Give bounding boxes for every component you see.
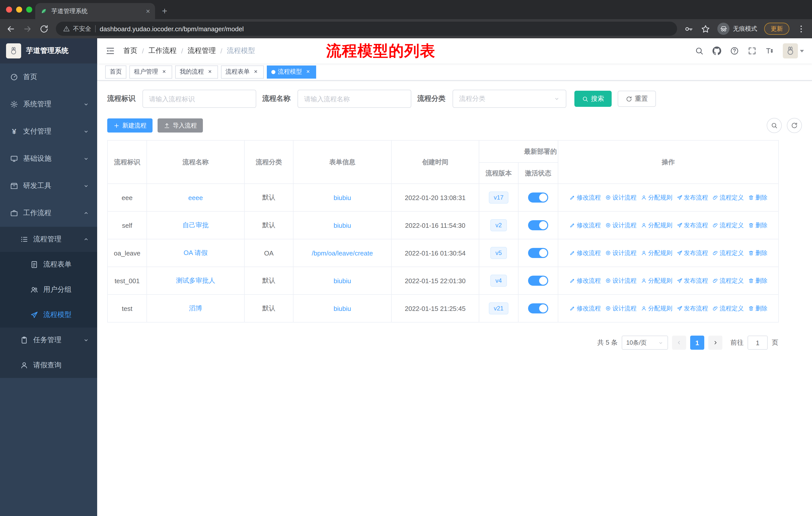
process-name-link[interactable]: OA 请假 [183, 249, 207, 256]
search-icon[interactable] [695, 46, 704, 55]
active-toggle[interactable] [528, 276, 548, 286]
version-badge[interactable]: v17 [489, 191, 509, 203]
sidebar-item-system[interactable]: 系统管理 [0, 91, 97, 118]
minimize-window-button[interactable] [16, 6, 22, 12]
process-name-link[interactable]: 测试多审批人 [176, 277, 215, 284]
breadcrumb-process-manage[interactable]: 流程管理 [188, 46, 216, 55]
fullscreen-icon[interactable] [748, 46, 757, 55]
op-design-link[interactable]: 设计流程 [605, 304, 637, 313]
op-assign-rule-link[interactable]: 分配规则 [641, 249, 672, 257]
op-modify-link[interactable]: 修改流程 [569, 276, 601, 285]
op-definition-link[interactable]: 流程定义 [712, 193, 744, 202]
op-assign-rule-link[interactable]: 分配规则 [641, 276, 672, 285]
op-publish-link[interactable]: 发布流程 [676, 193, 708, 202]
breadcrumb-home[interactable]: 首页 [123, 46, 138, 55]
sidebar-item-process-manage[interactable]: 流程管理 [0, 227, 97, 252]
create-process-button[interactable]: 新建流程 [107, 118, 152, 133]
sidebar-item-process-form[interactable]: 流程表单 [0, 252, 97, 277]
bookmark-star-icon[interactable] [701, 24, 710, 33]
op-delete-link[interactable]: 删除 [748, 276, 767, 285]
new-tab-button[interactable]: + [158, 4, 171, 18]
import-process-button[interactable]: 导入流程 [157, 118, 203, 133]
process-name-link[interactable]: eeee [188, 194, 203, 201]
github-icon[interactable] [712, 46, 721, 55]
refresh-table-button[interactable] [787, 118, 802, 133]
op-design-link[interactable]: 设计流程 [605, 249, 637, 257]
op-definition-link[interactable]: 流程定义 [712, 249, 744, 257]
tag-home[interactable]: 首页 [105, 65, 126, 78]
sidebar-fold-icon[interactable] [105, 46, 115, 56]
form-link[interactable]: /bpm/oa/leave/create [312, 249, 373, 257]
op-modify-link[interactable]: 修改流程 [569, 249, 601, 257]
version-badge[interactable]: v2 [490, 219, 507, 231]
op-delete-link[interactable]: 删除 [748, 249, 767, 257]
op-modify-link[interactable]: 修改流程 [569, 221, 601, 229]
tag-close-icon[interactable]: × [304, 68, 312, 75]
version-badge[interactable]: v5 [490, 247, 507, 259]
goto-page-input[interactable] [748, 335, 768, 350]
maximize-window-button[interactable] [26, 6, 32, 12]
form-link[interactable]: biubiu [334, 221, 351, 229]
op-modify-link[interactable]: 修改流程 [569, 193, 601, 202]
form-link[interactable]: biubiu [334, 194, 351, 201]
sidebar-item-payment[interactable]: ¥ 支付管理 [0, 118, 97, 145]
page-number-button[interactable]: 1 [690, 335, 704, 350]
sidebar-logo[interactable]: 芋道管理系统 [0, 38, 97, 63]
tag-process-model[interactable]: 流程模型× [267, 65, 316, 78]
tag-tenant[interactable]: 租户管理× [129, 65, 172, 78]
forward-icon[interactable] [23, 24, 32, 33]
reset-button[interactable]: 重置 [618, 91, 656, 107]
user-avatar-menu[interactable] [783, 43, 804, 58]
op-design-link[interactable]: 设计流程 [605, 276, 637, 285]
font-size-icon[interactable] [765, 46, 774, 55]
search-button[interactable]: 搜索 [574, 91, 612, 107]
browser-tab[interactable]: 芋道管理系统 × [35, 3, 155, 19]
process-name-link[interactable]: 滔博 [189, 304, 202, 312]
op-delete-link[interactable]: 删除 [748, 221, 767, 229]
op-definition-link[interactable]: 流程定义 [712, 276, 744, 285]
active-toggle[interactable] [528, 192, 548, 202]
update-button[interactable]: 更新 [764, 23, 789, 35]
security-indicator[interactable]: 不安全 [63, 24, 91, 33]
reload-icon[interactable] [39, 24, 49, 33]
op-definition-link[interactable]: 流程定义 [712, 221, 744, 229]
form-link[interactable]: biubiu [334, 305, 351, 312]
active-toggle[interactable] [528, 303, 548, 314]
sidebar-item-infrastructure[interactable]: 基础设施 [0, 145, 97, 172]
sidebar-item-workflow[interactable]: 工作流程 [0, 199, 97, 227]
version-badge[interactable]: v21 [489, 302, 509, 315]
help-icon[interactable] [730, 46, 739, 55]
op-definition-link[interactable]: 流程定义 [712, 304, 744, 313]
tag-my-process[interactable]: 我的流程× [175, 65, 218, 78]
sidebar-item-devtools[interactable]: 研发工具 [0, 172, 97, 199]
show-search-button[interactable] [767, 118, 782, 133]
sidebar-item-home[interactable]: 首页 [0, 63, 97, 91]
prev-page-button[interactable] [672, 335, 686, 350]
op-design-link[interactable]: 设计流程 [605, 221, 637, 229]
address-bar[interactable]: 不安全 dashboard.yudao.iocoder.cn/bpm/manag… [56, 22, 677, 36]
sidebar-item-process-model[interactable]: 流程模型 [0, 302, 97, 328]
breadcrumb-workflow[interactable]: 工作流程 [148, 46, 177, 55]
tag-process-form[interactable]: 流程表单× [221, 65, 264, 78]
menu-dots-icon[interactable] [796, 24, 806, 33]
tag-close-icon[interactable]: × [252, 68, 259, 75]
sidebar-item-user-group[interactable]: 用户分组 [0, 277, 97, 302]
active-toggle[interactable] [528, 220, 548, 230]
page-size-select[interactable]: 10条/页 [622, 335, 668, 350]
tag-close-icon[interactable]: × [161, 68, 168, 75]
active-toggle[interactable] [528, 248, 548, 258]
op-publish-link[interactable]: 发布流程 [676, 249, 708, 257]
sidebar-item-leave-query[interactable]: 请假查询 [0, 353, 97, 378]
op-design-link[interactable]: 设计流程 [605, 193, 637, 202]
close-window-button[interactable] [6, 6, 12, 12]
process-name-input[interactable] [297, 90, 411, 108]
back-icon[interactable] [6, 24, 16, 33]
process-category-select[interactable]: 流程分类 [453, 90, 566, 108]
form-link[interactable]: biubiu [334, 277, 351, 284]
op-publish-link[interactable]: 发布流程 [676, 304, 708, 313]
op-publish-link[interactable]: 发布流程 [676, 221, 708, 229]
op-modify-link[interactable]: 修改流程 [569, 304, 601, 313]
tag-close-icon[interactable]: × [206, 68, 213, 75]
password-key-icon[interactable] [684, 24, 694, 33]
op-assign-rule-link[interactable]: 分配规则 [641, 221, 672, 229]
